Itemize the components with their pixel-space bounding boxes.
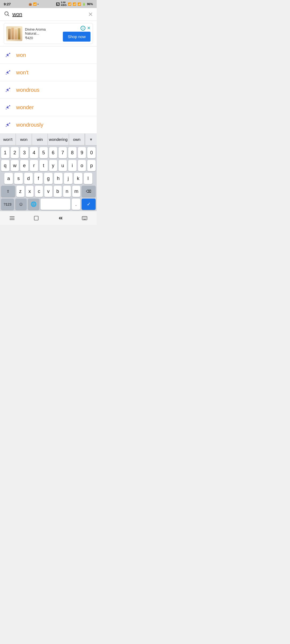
zxcv-row: ⇧ z x c v b n m ⌫	[1, 186, 96, 197]
keyboard-area: won't won win wondering own ▾ 1 2 3 4 5 …	[0, 134, 97, 211]
signal-bars2-icon: 📶	[77, 2, 81, 6]
key-h[interactable]: h	[54, 173, 63, 184]
expand-suggestions-button[interactable]: ▾	[85, 134, 97, 145]
number-row: 1 2 3 4 5 6 7 8 9 0	[1, 147, 96, 158]
backspace-key[interactable]: ⌫	[82, 186, 96, 197]
key-s[interactable]: s	[14, 173, 23, 184]
nav-home-button[interactable]	[28, 211, 44, 225]
word-suggestion-4[interactable]: wondering	[48, 134, 69, 145]
space-key[interactable]	[41, 199, 70, 210]
ad-container: Divine Aroma Natural... ₹420 i ✕ Shop no…	[0, 21, 97, 46]
key-9[interactable]: 9	[78, 147, 86, 158]
status-bar: 9:27 👜 📶 • N 2.00KB/S 📶 📶 📶 🔋 96%	[0, 0, 97, 8]
word-suggestion-3[interactable]: win	[32, 134, 48, 145]
key-3[interactable]: 3	[20, 147, 28, 158]
key-m[interactable]: m	[72, 186, 80, 197]
suggestion-item-3[interactable]: wondrous	[0, 81, 97, 99]
keyboard-rows: 1 2 3 4 5 6 7 8 9 0 q w e r t y u i o p …	[0, 145, 97, 211]
key-x[interactable]: x	[26, 186, 34, 197]
key-1[interactable]: 1	[1, 147, 9, 158]
ad-close-button[interactable]: ✕	[87, 25, 90, 31]
nav-menu-button[interactable]	[4, 211, 20, 225]
key-y[interactable]: y	[49, 160, 57, 171]
sparkle-icon-3	[4, 86, 12, 94]
key-o[interactable]: o	[78, 160, 86, 171]
suggestion-item-2[interactable]: won't	[0, 64, 97, 81]
key-j[interactable]: j	[64, 173, 73, 184]
key-v[interactable]: v	[44, 186, 52, 197]
suggestion-text-3: wondrous	[16, 87, 39, 93]
key-d[interactable]: d	[24, 173, 33, 184]
key-u[interactable]: u	[59, 160, 67, 171]
suggestion-item-1[interactable]: won	[0, 46, 97, 64]
emoji-key[interactable]: ☺	[15, 199, 27, 210]
svg-point-8	[9, 105, 10, 106]
key-q[interactable]: q	[1, 160, 9, 171]
key-l[interactable]: l	[84, 173, 92, 184]
key-r[interactable]: r	[30, 160, 38, 171]
ad-card: Divine Aroma Natural... ₹420 i ✕ Shop no…	[4, 23, 93, 44]
key-f[interactable]: f	[34, 173, 43, 184]
key-2[interactable]: 2	[11, 147, 19, 158]
svg-point-4	[9, 70, 10, 71]
key-e[interactable]: e	[20, 160, 28, 171]
key-b[interactable]: b	[54, 186, 62, 197]
shift-key[interactable]: ⇧	[1, 186, 15, 197]
status-icons: 👜 📶 •	[28, 2, 39, 6]
svg-point-10	[9, 123, 10, 124]
svg-marker-17	[60, 216, 62, 220]
status-time: 9:27	[4, 2, 11, 6]
key-a[interactable]: a	[4, 173, 13, 184]
wifi-icon: 📶	[68, 2, 71, 6]
asdf-row: a s d f g h j k l	[1, 173, 96, 184]
suggestion-item-5[interactable]: wondrously	[0, 116, 97, 134]
word-suggestion-5[interactable]: own	[69, 134, 85, 145]
signal-bars-icon: 📶	[73, 2, 76, 6]
nav-keyboard-button[interactable]	[77, 211, 93, 225]
globe-key[interactable]: 🌐	[28, 199, 39, 210]
number-sym-key[interactable]: ?123	[1, 199, 14, 210]
ad-info-icon[interactable]: i	[81, 26, 85, 31]
period-key[interactable]: .	[72, 199, 80, 210]
key-c[interactable]: c	[35, 186, 43, 197]
key-t[interactable]: t	[39, 160, 48, 171]
svg-line-1	[8, 15, 9, 16]
search-input[interactable]	[12, 11, 85, 17]
suggestions-list: won won't wondrous	[0, 46, 97, 134]
key-5[interactable]: 5	[39, 147, 48, 158]
svg-point-6	[9, 88, 10, 89]
shop-now-button[interactable]: Shop now	[63, 32, 90, 42]
key-n[interactable]: n	[63, 186, 71, 197]
suggestion-text-2: won't	[16, 69, 28, 76]
nav-back-button[interactable]	[52, 211, 68, 225]
svg-point-2	[9, 53, 10, 54]
svg-rect-15	[34, 216, 38, 220]
key-8[interactable]: 8	[68, 147, 77, 158]
key-7[interactable]: 7	[59, 147, 67, 158]
bottom-row: ?123 ☺ 🌐 . ✓	[1, 199, 96, 210]
key-4[interactable]: 4	[30, 147, 38, 158]
svg-point-9	[6, 109, 7, 109]
key-6[interactable]: 6	[49, 147, 57, 158]
key-w[interactable]: w	[11, 160, 19, 171]
key-0[interactable]: 0	[87, 147, 96, 158]
ad-info: Divine Aroma Natural... ₹420	[25, 27, 60, 40]
signal-icon: 📶	[33, 2, 37, 6]
word-suggestion-1[interactable]: won't	[0, 134, 16, 145]
key-g[interactable]: g	[44, 173, 53, 184]
svg-point-11	[6, 126, 7, 127]
search-bar: ✕	[0, 8, 97, 21]
key-p[interactable]: p	[87, 160, 96, 171]
word-suggestions-bar: won't won win wondering own ▾	[0, 134, 97, 145]
clear-search-button[interactable]: ✕	[88, 11, 93, 18]
done-key[interactable]: ✓	[82, 199, 96, 210]
svg-point-7	[6, 91, 7, 92]
key-z[interactable]: z	[16, 186, 24, 197]
key-i[interactable]: i	[68, 160, 77, 171]
word-suggestion-2[interactable]: won	[16, 134, 32, 145]
sparkle-icon-2	[4, 69, 12, 76]
key-k[interactable]: k	[74, 173, 82, 184]
ad-actions: i ✕ Shop now	[63, 25, 90, 42]
svg-marker-16	[59, 216, 60, 220]
suggestion-item-4[interactable]: wonder	[0, 99, 97, 116]
